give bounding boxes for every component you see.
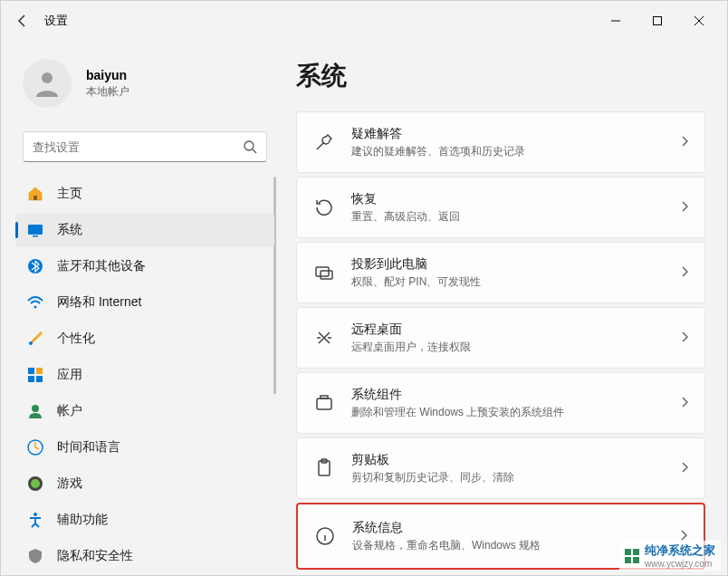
main: 系统 疑难解答 建议的疑难解答、首选项和历史记录 恢复 重置、高级启动、返回: [282, 41, 727, 575]
card-troubleshoot[interactable]: 疑难解答 建议的疑难解答、首选项和历史记录: [296, 111, 705, 173]
svg-rect-33: [625, 557, 631, 563]
card-recovery[interactable]: 恢复 重置、高级启动、返回: [296, 177, 705, 238]
svg-rect-8: [28, 225, 43, 235]
sidebar-item-gaming[interactable]: 游戏: [15, 466, 274, 501]
card-body: 剪贴板 剪切和复制历史记录、同步、清除: [351, 452, 681, 485]
home-icon: [26, 185, 44, 203]
card-sub: 权限、配对 PIN、可发现性: [351, 274, 681, 290]
card-body: 远程桌面 远程桌面用户，连接权限: [351, 322, 681, 355]
svg-rect-14: [36, 368, 43, 374]
search-icon: [243, 139, 257, 154]
card-title: 疑难解答: [351, 126, 681, 142]
card-body: 系统组件 删除和管理在 Windows 上预安装的系统组件: [351, 387, 681, 420]
minimize-button[interactable]: [595, 6, 637, 35]
card-title: 系统组件: [351, 387, 681, 403]
window-controls: [595, 6, 720, 35]
svg-rect-1: [654, 17, 662, 25]
card-title: 恢复: [351, 191, 681, 207]
sidebar-item-label: 个性化: [57, 331, 95, 347]
svg-rect-7: [34, 196, 37, 200]
sidebar-item-bluetooth[interactable]: 蓝牙和其他设备: [15, 249, 274, 283]
svg-rect-16: [36, 376, 43, 382]
profile-name: baiyun: [86, 68, 129, 82]
svg-point-4: [42, 72, 53, 83]
display-icon: [26, 221, 44, 239]
sidebar-item-system[interactable]: 系统: [15, 213, 274, 247]
wifi-icon: [26, 293, 44, 312]
card-components[interactable]: 系统组件 删除和管理在 Windows 上预安装的系统组件: [296, 372, 705, 434]
svg-rect-32: [633, 549, 639, 555]
svg-rect-34: [633, 557, 639, 563]
cards: 疑难解答 建议的疑难解答、首选项和历史记录 恢复 重置、高级启动、返回: [296, 111, 705, 570]
back-arrow-icon: [15, 14, 30, 28]
brush-icon: [26, 330, 44, 348]
card-clipboard[interactable]: 剪贴板 剪切和复制历史记录、同步、清除: [296, 437, 705, 499]
clipboard-icon: [313, 457, 335, 479]
card-title: 系统信息: [352, 520, 680, 536]
card-sub: 建议的疑难解答、首选项和历史记录: [351, 144, 681, 159]
card-remote-desktop[interactable]: 远程桌面 远程桌面用户，连接权限: [296, 307, 705, 369]
wrench-icon: [313, 131, 335, 153]
profile[interactable]: baiyun 本地帐户: [15, 52, 274, 126]
card-title: 剪贴板: [351, 452, 681, 468]
content: baiyun 本地帐户 主页 系统: [1, 41, 727, 575]
sidebar-item-label: 时间和语言: [57, 439, 120, 456]
page-title: 系统: [296, 59, 705, 93]
back-button[interactable]: [8, 6, 37, 35]
close-button[interactable]: [678, 6, 720, 35]
sidebar-item-network[interactable]: 网络和 Internet: [15, 285, 274, 320]
maximize-button[interactable]: [637, 6, 678, 35]
sidebar-item-time[interactable]: 时间和语言: [15, 430, 274, 465]
nav: 主页 系统 蓝牙和其他设备 网络和 Internet 个性化: [15, 177, 274, 573]
profile-sub: 本地帐户: [86, 84, 129, 100]
person-icon: [31, 67, 63, 100]
svg-point-20: [31, 479, 40, 488]
chevron-right-icon: [681, 264, 688, 281]
sidebar-item-label: 应用: [57, 367, 82, 383]
card-body: 恢复 重置、高级启动、返回: [351, 191, 681, 225]
account-icon: [26, 402, 44, 420]
card-sub: 剪切和复制历史记录、同步、清除: [351, 470, 681, 485]
project-icon: [313, 262, 335, 283]
card-body: 疑难解答 建议的疑难解答、首选项和历史记录: [351, 126, 681, 159]
sidebar-item-label: 辅助功能: [57, 512, 108, 528]
card-title: 远程桌面: [351, 322, 681, 338]
sidebar: baiyun 本地帐户 主页 系统: [1, 41, 282, 575]
card-projecting[interactable]: 投影到此电脑 权限、配对 PIN、可发现性: [296, 242, 705, 303]
sidebar-item-apps[interactable]: 应用: [15, 358, 274, 392]
sidebar-item-accessibility[interactable]: 辅助功能: [15, 503, 274, 537]
apps-icon: [26, 366, 44, 384]
profile-text: baiyun 本地帐户: [86, 68, 129, 100]
search-input[interactable]: [33, 140, 243, 154]
card-sub: 重置、高级启动、返回: [351, 209, 681, 225]
sidebar-item-label: 系统: [57, 222, 82, 238]
svg-point-5: [244, 141, 254, 150]
card-body: 投影到此电脑 权限、配对 PIN、可发现性: [351, 256, 681, 290]
svg-rect-25: [321, 396, 328, 398]
card-title: 投影到此电脑: [351, 256, 681, 273]
remote-icon: [313, 327, 335, 349]
chevron-right-icon: [681, 134, 688, 150]
watermark-logo-icon: [625, 549, 639, 563]
search-box[interactable]: [23, 131, 267, 162]
components-icon: [313, 392, 335, 414]
chevron-right-icon: [681, 395, 688, 411]
sidebar-item-privacy[interactable]: 隐私和安全性: [15, 539, 274, 573]
recovery-icon: [313, 197, 335, 218]
card-sub: 删除和管理在 Windows 上预安装的系统组件: [351, 405, 681, 420]
avatar: [23, 59, 72, 108]
card-sub: 远程桌面用户，连接权限: [351, 340, 681, 355]
watermark-text: 纯净系统之家: [645, 542, 715, 559]
watermark-text-wrap: 纯净系统之家 www.ycwjzy.com: [645, 542, 715, 569]
minimize-icon: [611, 16, 620, 25]
sidebar-item-accounts[interactable]: 帐户: [15, 394, 274, 428]
svg-rect-15: [28, 376, 34, 382]
close-icon: [694, 16, 704, 25]
gaming-icon: [26, 475, 44, 493]
svg-point-17: [32, 405, 39, 412]
svg-point-11: [34, 306, 37, 309]
sidebar-item-personalization[interactable]: 个性化: [15, 322, 274, 356]
sidebar-item-home[interactable]: 主页: [15, 177, 274, 211]
sidebar-item-label: 蓝牙和其他设备: [57, 258, 146, 274]
sidebar-item-label: 帐户: [57, 403, 82, 419]
